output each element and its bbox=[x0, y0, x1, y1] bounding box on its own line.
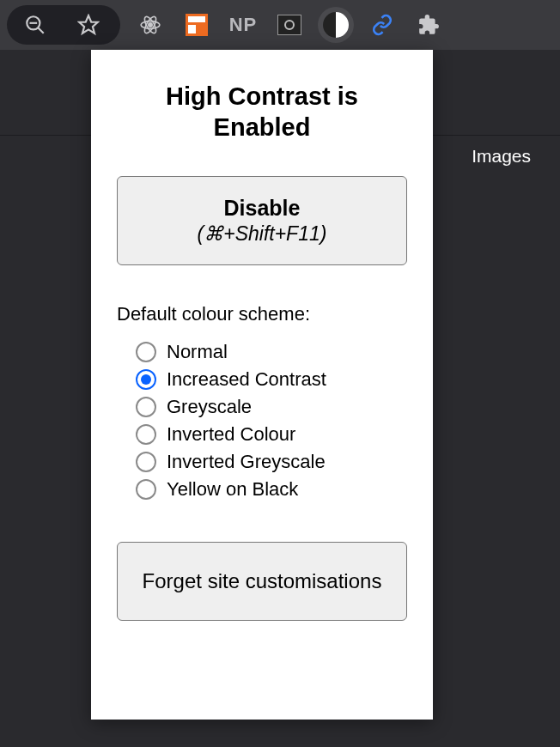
disable-button[interactable]: Disable (⌘+Shift+F11) bbox=[117, 176, 407, 265]
high-contrast-popup: High Contrast is Enabled Disable (⌘+Shif… bbox=[91, 50, 433, 720]
disable-button-label: Disable bbox=[224, 196, 301, 221]
svg-marker-3 bbox=[79, 15, 98, 33]
radio-label: Greyscale bbox=[167, 396, 252, 418]
radio-option-increased-contrast[interactable]: Increased Contrast bbox=[136, 368, 326, 391]
radio-label: Yellow on Black bbox=[167, 478, 298, 501]
radio-circle-icon bbox=[136, 479, 156, 500]
radio-circle-icon bbox=[136, 452, 156, 472]
forget-customisations-button[interactable]: Forget site customisations bbox=[117, 542, 407, 621]
radio-label: Increased Contrast bbox=[167, 368, 326, 391]
nav-link-images[interactable]: Images bbox=[472, 146, 531, 167]
extension-icons: np bbox=[132, 7, 447, 43]
high-contrast-extension-icon[interactable] bbox=[318, 7, 354, 43]
np-extension-icon[interactable]: np bbox=[225, 7, 261, 43]
disable-button-shortcut: (⌘+Shift+F11) bbox=[198, 222, 327, 246]
radio-option-normal[interactable]: Normal bbox=[136, 341, 326, 363]
star-icon[interactable] bbox=[70, 7, 107, 43]
extensions-puzzle-icon[interactable] bbox=[411, 7, 447, 43]
radio-circle-icon bbox=[136, 369, 156, 390]
radio-label: Inverted Colour bbox=[167, 423, 295, 446]
radio-option-yellow-on-black[interactable]: Yellow on Black bbox=[136, 478, 326, 501]
radio-label: Inverted Greyscale bbox=[167, 451, 326, 473]
layout-extension-icon[interactable] bbox=[179, 7, 215, 43]
svg-point-4 bbox=[149, 23, 152, 27]
svg-line-1 bbox=[38, 27, 44, 33]
settings-extension-icon[interactable] bbox=[271, 7, 307, 43]
radio-label: Normal bbox=[167, 341, 228, 363]
react-devtools-icon[interactable] bbox=[132, 7, 168, 43]
link-extension-icon[interactable] bbox=[364, 7, 400, 43]
radio-option-inverted-colour[interactable]: Inverted Colour bbox=[136, 423, 326, 446]
radio-circle-icon bbox=[136, 397, 156, 417]
radio-option-inverted-greyscale[interactable]: Inverted Greyscale bbox=[136, 451, 326, 473]
radio-option-greyscale[interactable]: Greyscale bbox=[136, 396, 326, 418]
colour-scheme-radio-group: NormalIncreased ContrastGreyscaleInverte… bbox=[117, 341, 326, 501]
popup-title: High Contrast is Enabled bbox=[117, 81, 407, 143]
address-bar-actions bbox=[7, 5, 120, 45]
radio-circle-icon bbox=[136, 424, 156, 445]
zoom-out-icon[interactable] bbox=[17, 7, 53, 43]
scheme-section-label: Default colour scheme: bbox=[117, 303, 310, 325]
radio-circle-icon bbox=[136, 342, 156, 362]
forget-button-label: Forget site customisations bbox=[143, 568, 382, 594]
browser-toolbar: np bbox=[0, 0, 560, 50]
